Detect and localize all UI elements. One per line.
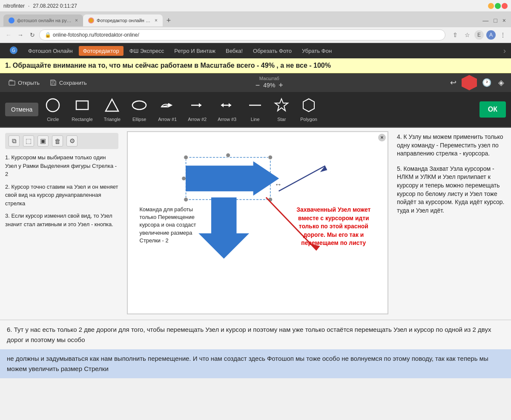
- refresh-button[interactable]: ↻: [27, 30, 37, 40]
- minimize-button[interactable]: [488, 3, 494, 9]
- tab-favicon-2: [88, 17, 94, 23]
- share-icon[interactable]: ⇧: [451, 30, 460, 40]
- url-bar[interactable]: 🔒 online-fotoshop.ru/fotoredaktor-online…: [39, 29, 445, 40]
- copy-icon[interactable]: ⧉: [9, 135, 20, 147]
- zoom-control: Масштаб − 49% +: [94, 76, 445, 90]
- settings-icon[interactable]: ⚙: [66, 135, 78, 147]
- triangle-icon: [104, 98, 120, 115]
- shape-star[interactable]: Star: [270, 95, 293, 124]
- tab-2[interactable]: Фоторедактор онлайн с эффект... ×: [83, 14, 163, 26]
- save-label: Сохранить: [59, 80, 87, 86]
- svg-marker-16: [275, 99, 288, 111]
- canvas-wrapper[interactable]: ↔ Команда для работы только Перемещение …: [127, 131, 388, 314]
- tab-close-2[interactable]: ×: [155, 17, 158, 23]
- shape-polygon[interactable]: Polygon: [296, 95, 322, 124]
- tab-close-1[interactable]: ×: [75, 17, 78, 23]
- tab-bar-right: — □ ×: [481, 16, 508, 25]
- nav-bg-remove[interactable]: Убрать Фон: [298, 46, 336, 56]
- svg-point-23: [226, 153, 230, 158]
- select2-icon[interactable]: ▣: [37, 135, 49, 147]
- nav-express[interactable]: ФШ Экспресс: [125, 46, 169, 56]
- tab-minimize-icon[interactable]: —: [481, 16, 490, 25]
- history-button[interactable]: 🕐: [480, 76, 493, 89]
- arrow1-label: Arrow #1: [158, 117, 177, 122]
- nav-crop[interactable]: Обрезать Фото: [249, 46, 296, 56]
- browser-actions: ⇧ ☆ E A ⋮: [451, 30, 508, 40]
- tab-bar: фотошоп онлайн на русском - × Фоторедакт…: [0, 12, 511, 27]
- shape-arrow3[interactable]: Arrow #3: [213, 95, 241, 124]
- tab-maximize-icon[interactable]: □: [492, 16, 499, 25]
- nav-retro[interactable]: Ретро И Винтаж: [170, 46, 220, 56]
- main-content: ⧉ ⬚ ▣ 🗑 ⚙ 1. Курсором мы выбираем только…: [0, 128, 511, 319]
- shape-arrow2[interactable]: Arrow #2: [184, 95, 211, 124]
- ellipse-icon: [132, 98, 147, 115]
- canvas-area: ↔ Команда для работы только Перемещение …: [123, 128, 392, 319]
- svg-marker-11: [199, 103, 201, 107]
- shape-arrow1[interactable]: Arrow #1: [154, 95, 181, 124]
- nav-webcam[interactable]: Вебка!: [221, 46, 247, 56]
- open-label: Открыть: [18, 80, 40, 86]
- shape-line[interactable]: Line: [243, 95, 267, 124]
- svg-point-8: [132, 101, 146, 109]
- menu-icon[interactable]: ⋮: [498, 30, 508, 40]
- svg-point-20: [268, 155, 273, 159]
- website: G Фотошоп Онлайн Фоторедактор ФШ Экспрес…: [0, 43, 511, 378]
- browser-controls: ← → ↻ 🔒 online-fotoshop.ru/fotoredaktor-…: [0, 27, 511, 43]
- delete-icon[interactable]: 🗑: [52, 135, 63, 147]
- zoom-minus-button[interactable]: −: [256, 81, 260, 90]
- rectangle-icon: [75, 98, 90, 115]
- zoom-plus-button[interactable]: +: [278, 81, 283, 90]
- account-icon[interactable]: A: [486, 30, 496, 40]
- svg-text:G: G: [12, 48, 15, 53]
- tab-label-1: фотошоп онлайн на русском -: [17, 18, 72, 23]
- left-para-1: 1. Курсором мы выбираем только один Узел…: [5, 153, 118, 178]
- canvas-right-annotation: Захваченный Узел может вместе с курсором…: [291, 206, 376, 247]
- ok-button[interactable]: ОК: [479, 101, 506, 118]
- nav-scroll-right[interactable]: ›: [503, 46, 506, 55]
- shape-circle[interactable]: Circle: [41, 95, 65, 124]
- canvas-close-button[interactable]: ×: [378, 134, 386, 141]
- maximize-button[interactable]: [495, 3, 501, 9]
- select1-icon[interactable]: ⬚: [23, 135, 34, 147]
- undo-button[interactable]: ↩: [448, 76, 458, 89]
- tab-close-icon[interactable]: ×: [501, 16, 508, 25]
- new-tab-button[interactable]: +: [163, 14, 175, 26]
- tab-1[interactable]: фотошоп онлайн на русском - ×: [3, 14, 83, 26]
- extensions-icon[interactable]: E: [474, 30, 484, 40]
- shape-ellipse[interactable]: Ellipse: [127, 95, 151, 124]
- instruction-text: 1. Обращайте внимание на то, что мы сейч…: [5, 62, 331, 69]
- cancel-button[interactable]: Отмена: [5, 103, 38, 116]
- svg-rect-6: [76, 101, 88, 109]
- line-label: Line: [251, 117, 260, 122]
- lock-icon: 🔒: [45, 32, 51, 38]
- ellipse-label: Ellipse: [132, 117, 146, 122]
- close-button[interactable]: [502, 3, 508, 9]
- svg-line-30: [279, 166, 325, 191]
- scale-value: 49%: [263, 82, 275, 89]
- right-para-2: 5. Команда Захват Узла курсором - НЛКМ и…: [397, 165, 506, 215]
- shape-triangle[interactable]: Triangle: [100, 95, 125, 124]
- line-icon: [247, 98, 263, 115]
- bookmark-icon[interactable]: ☆: [462, 30, 472, 40]
- shape-rectangle[interactable]: Rectangle: [67, 95, 97, 124]
- back-button[interactable]: ←: [3, 30, 14, 40]
- svg-point-19: [184, 155, 188, 159]
- save-button[interactable]: Сохранить: [46, 78, 90, 88]
- layers-button[interactable]: ◈: [497, 76, 506, 89]
- open-button[interactable]: Открыть: [5, 78, 43, 88]
- nav-logo[interactable]: G: [5, 44, 22, 58]
- left-text: 1. Курсором мы выбираем только один Узел…: [5, 153, 118, 228]
- circle-icon: [45, 98, 60, 115]
- right-panel: 4. К Узлу мы можем применить только одну…: [392, 128, 511, 319]
- app-name: nitrofinter: [3, 3, 25, 9]
- canvas-left-annotation: Команда для работы только Перемещение ку…: [140, 206, 211, 244]
- right-para-1: 4. К Узлу мы можем применить только одну…: [397, 133, 506, 158]
- left-panel: ⧉ ⬚ ▣ 🗑 ⚙ 1. Курсором мы выбираем только…: [0, 128, 123, 319]
- color-picker-hexagon[interactable]: [462, 75, 477, 90]
- svg-text:↔: ↔: [275, 180, 282, 189]
- svg-marker-17: [303, 99, 314, 112]
- forward-button[interactable]: →: [15, 30, 26, 40]
- nav-fotoshop[interactable]: Фотошоп Онлайн: [24, 46, 77, 56]
- svg-point-25: [182, 176, 186, 181]
- nav-fotoredaktor[interactable]: Фоторедактор: [79, 46, 123, 56]
